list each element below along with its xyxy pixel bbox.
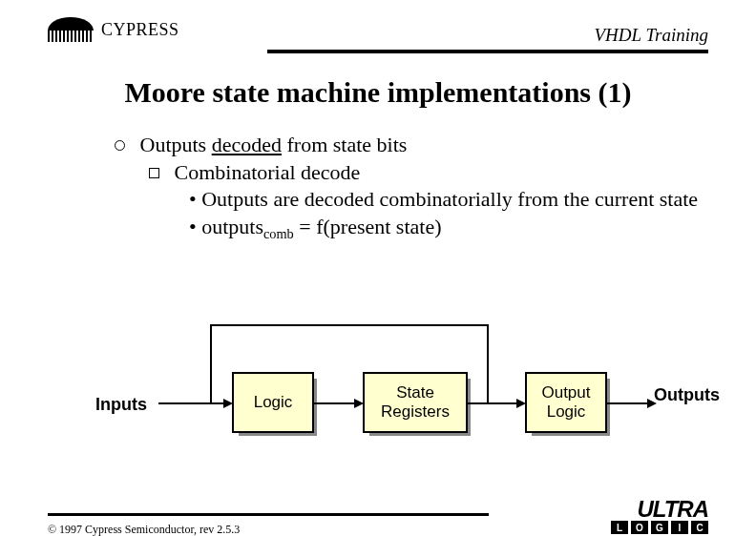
header-rule (267, 50, 708, 53)
ultra-letter: L (611, 521, 628, 534)
wire-1 (314, 402, 356, 404)
bullet-l1-text-b: from state bits (282, 133, 407, 156)
ultra-letter: O (631, 521, 648, 534)
box-output-logic-label: Output Logic (527, 374, 605, 431)
feedback-right (487, 324, 489, 402)
box-registers-label: State Registers (365, 374, 466, 431)
box-logic: Logic (232, 372, 314, 433)
bullet-l3a: • Outputs are decoded combinatorially fr… (189, 186, 699, 214)
slide-title: Moore state machine implementations (1) (0, 76, 756, 109)
content: Outputs decoded from state bits Combinat… (115, 132, 699, 243)
ultra-letter: I (671, 521, 688, 534)
brand-logo: CYPRESS (48, 17, 179, 42)
box-registers: State Registers (363, 372, 468, 433)
copyright: © 1997 Cypress Semiconductor, rev 2.5.3 (48, 523, 240, 536)
ultra-logo: ULTRA L O G I C (611, 496, 708, 534)
ultra-bar: L O G I C (611, 521, 708, 534)
bullet-l3b-pre: outputs (201, 215, 263, 238)
ultra-text: ULTRA (611, 496, 708, 523)
square-bullet-icon (149, 168, 159, 178)
feedback-top (210, 324, 489, 326)
feedback-left (210, 324, 212, 402)
bullet-l1-underlined: decoded (212, 133, 282, 156)
bullet-l2: Combinatorial decode (149, 159, 699, 187)
header: CYPRESS VHDL Training (48, 19, 708, 57)
ultra-letter: C (691, 521, 708, 534)
bullet-l2-text: Combinatorial decode (175, 160, 361, 184)
wire-out (607, 402, 649, 404)
box-output-logic: Output Logic (525, 372, 607, 433)
header-subject: VHDL Training (595, 25, 709, 46)
ultra-letter: G (651, 521, 668, 534)
bullet-l1-text-a: Outputs (140, 133, 207, 156)
cypress-icon (48, 17, 94, 42)
inputs-label: Inputs (95, 395, 147, 415)
bullet-l1: Outputs decoded from state bits (115, 132, 699, 159)
outputs-label: Outputs (654, 385, 720, 405)
circle-bullet-icon (115, 140, 125, 151)
bullet-l3b-sub: comb (263, 226, 294, 241)
box-logic-label: Logic (234, 374, 312, 431)
bullet-l3b-post: = f(present state) (294, 215, 442, 238)
block-diagram: Inputs Logic State Registers Output Logi… (86, 315, 718, 458)
brand-name: CYPRESS (101, 20, 179, 40)
wire-in (158, 402, 225, 404)
wire-2 (468, 402, 519, 404)
bullet-l3a-text: Outputs are decoded combinatorially from… (201, 187, 698, 211)
bullet-l3b: • outputscomb = f(present state) (189, 214, 699, 243)
footer-rule (48, 513, 489, 516)
